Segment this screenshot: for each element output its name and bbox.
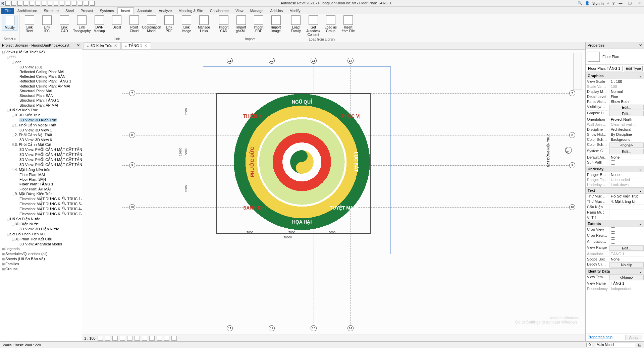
ribbon-tab-view[interactable]: View: [232, 8, 247, 14]
browser-tree[interactable]: ⊟Views (Hồ Sơ Thiết Kế)⊟???⊟???3D View: …: [0, 49, 82, 341]
property-value[interactable]: None: [609, 172, 644, 177]
ribbon-tab-collaborate[interactable]: Collaborate: [207, 8, 232, 14]
drawing-canvas[interactable]: 11 12 13 14 11 12 13 14 7 8 9 10 7 8 9 1…: [82, 50, 585, 335]
dimension-text[interactable]: 7000: [247, 231, 253, 234]
tree-node[interactable]: ⊟3D Phân Tích Kết Cấu: [0, 237, 82, 242]
print-icon[interactable]: [36, 1, 40, 6]
tree-node[interactable]: ⊞Groups: [0, 267, 82, 272]
property-group-header[interactable]: Extents⌄: [586, 221, 644, 227]
grid-bubble[interactable]: 14: [347, 58, 354, 64]
tree-node[interactable]: ⊟4. Mặt bằng kiến trúc: [0, 167, 82, 172]
property-value[interactable]: [609, 160, 644, 166]
tree-twist-icon[interactable]: ⊞: [1, 267, 5, 271]
ribbon-tab-manage[interactable]: Manage: [247, 8, 267, 14]
thin-lines-icon[interactable]: [78, 1, 83, 6]
filter-icon[interactable]: ▤: [638, 343, 641, 347]
property-edit-button[interactable]: <None>: [609, 275, 644, 280]
ribbon-tab-annotate[interactable]: Annotate: [134, 8, 155, 14]
tree-twist-icon[interactable]: ⊟: [11, 133, 15, 137]
detail-level-icon[interactable]: [98, 336, 103, 341]
property-checkbox[interactable]: [611, 233, 615, 238]
tree-node[interactable]: Floor Plan: SÂN: [0, 177, 82, 182]
type-selector[interactable]: Floor Plan: [586, 49, 644, 65]
tree-node[interactable]: Reflected Ceiling Plan: ÁP MÁI: [0, 84, 82, 89]
grid-bubble[interactable]: 14: [347, 325, 354, 331]
tree-node[interactable]: Structural Plan: MÁI: [0, 89, 82, 93]
ribbon-button-link-ifc[interactable]: LinkIFC: [39, 15, 55, 34]
ribbon-button-import-pdf[interactable]: ImportPDF: [251, 15, 266, 34]
property-value[interactable]: Architectural: [609, 127, 644, 132]
tree-node[interactable]: 3D View: 3D Kiến Trúc: [0, 118, 82, 123]
default-3d-icon[interactable]: [66, 1, 70, 6]
section-icon[interactable]: [72, 1, 76, 6]
grid-bubble[interactable]: 10: [569, 204, 575, 210]
ribbon-button-link-cad[interactable]: LinkCAD: [57, 15, 72, 34]
property-value[interactable]: [609, 210, 644, 215]
minimize-button[interactable]: —: [617, 1, 624, 6]
tree-node[interactable]: Elevation: MẶT ĐỨNG KIẾN TRÚC 1-5: [0, 196, 82, 201]
ribbon-button-link-revit[interactable]: LinkRevit: [22, 15, 37, 34]
property-value[interactable]: [609, 205, 644, 210]
selection-count[interactable]: :0: [586, 343, 592, 347]
ribbon-button-link-pdf[interactable]: LinkPDF: [161, 15, 177, 34]
property-edit-button[interactable]: Edit...: [609, 105, 644, 110]
property-value[interactable]: 1 : 100: [609, 79, 644, 84]
tree-node[interactable]: 3D View: PHỐI CẢNH MẶT CẮT TẦNG 3: [0, 157, 82, 162]
tree-node[interactable]: 3D View: PHỐI CẢNH MẶT CẮT TẦNG-: [0, 162, 82, 167]
property-value[interactable]: Background: [609, 137, 644, 142]
tree-node[interactable]: ⊟1. Phối Cảnh Ngoại Thất: [0, 123, 82, 128]
tree-twist-icon[interactable]: ⊟: [11, 60, 15, 64]
tree-node[interactable]: ⊞Legends: [0, 246, 82, 251]
property-checkbox[interactable]: [611, 239, 615, 244]
grid-bubble[interactable]: 13: [311, 58, 317, 64]
reveal-hidden-icon[interactable]: [164, 336, 169, 341]
tree-twist-icon[interactable]: ⊟: [11, 142, 15, 147]
tree-twist-icon[interactable]: ⊟: [11, 192, 15, 196]
property-value[interactable]: Clean all wall j...: [609, 122, 644, 127]
tree-twist-icon[interactable]: ⊞: [1, 247, 5, 251]
ribbon-tab-add-ins[interactable]: Add-Ins: [267, 8, 286, 14]
tree-node[interactable]: 3D View: PHỐI CẢNH MẶT CẮT TẦNG 2: [0, 152, 82, 157]
tree-node[interactable]: Elevation: MẶT ĐỨNG KIẾN TRÚC 5-1: [0, 201, 82, 207]
tree-twist-icon[interactable]: ⊟: [11, 237, 15, 241]
ribbon-button-get-autodesk-content[interactable]: Get AutodeskContent: [306, 15, 321, 37]
property-value[interactable]: [609, 239, 644, 245]
visual-style-icon[interactable]: [105, 336, 110, 341]
tree-twist-icon[interactable]: ⊟: [11, 123, 15, 127]
tree-twist-icon[interactable]: ⊟: [6, 55, 10, 59]
tree-node[interactable]: ⊟3D Điện Nước: [0, 222, 82, 227]
tree-node[interactable]: ⊟Views (Hồ Sơ Thiết Kế): [0, 50, 82, 55]
grid-bubble[interactable]: 8: [569, 132, 575, 138]
property-value[interactable]: Normal: [609, 89, 644, 94]
grid-bubble[interactable]: 13: [311, 325, 317, 331]
ribbon-tab-precast[interactable]: Precast: [77, 8, 96, 14]
ribbon-button-import-image[interactable]: ImportImage: [268, 15, 284, 34]
tree-node[interactable]: Reflected Ceiling Plan: SÂN: [0, 74, 82, 79]
property-edit-button[interactable]: Edit...: [609, 111, 644, 116]
tree-node[interactable]: 3D View: Analytical Model: [0, 242, 82, 246]
worksharing-display-icon[interactable]: [171, 336, 177, 341]
tree-node[interactable]: Elevation: MẶT ĐỨNG KIẾN TRÚC C-A: [0, 212, 82, 217]
ribbon-button-modify[interactable]: Modify: [2, 15, 17, 31]
tag-icon[interactable]: [54, 1, 58, 6]
ribbon-button-import-gbxml[interactable]: ImportgbXML: [233, 15, 249, 34]
open-icon[interactable]: [5, 1, 10, 6]
tree-node[interactable]: ⊟3. Phối Cảnh Mặt Cắt: [0, 142, 82, 147]
property-value[interactable]: TẦNG 1: [609, 251, 644, 256]
property-value[interactable]: Independent: [609, 286, 644, 291]
property-value[interactable]: [609, 233, 644, 239]
property-value[interactable]: Fine: [609, 94, 644, 99]
ribbon-tab-massing-site[interactable]: Massing & Site: [175, 8, 206, 14]
property-value[interactable]: None: [609, 155, 644, 160]
grid-bubble[interactable]: 9: [129, 162, 135, 168]
tree-node[interactable]: Structural Plan: ÁP MÁI: [0, 103, 82, 108]
grid-bubble[interactable]: 12: [269, 325, 275, 331]
tree-node[interactable]: ⊟2. Phối Cảnh Nội Thất: [0, 132, 82, 137]
ribbon-tab-structure[interactable]: Structure: [40, 8, 62, 14]
tree-node[interactable]: Floor Plan: TẦNG 1: [0, 182, 82, 187]
tree-node[interactable]: Elevation: MẶT ĐỨNG KIẾN TRÚC A-C: [0, 207, 82, 212]
elevation-marker[interactable]: KT-09: [565, 147, 572, 154]
tree-twist-icon[interactable]: ⊟: [6, 217, 10, 221]
tree-node[interactable]: ⊟???: [0, 55, 82, 60]
property-group-header[interactable]: Identity Data⌄: [586, 268, 644, 275]
